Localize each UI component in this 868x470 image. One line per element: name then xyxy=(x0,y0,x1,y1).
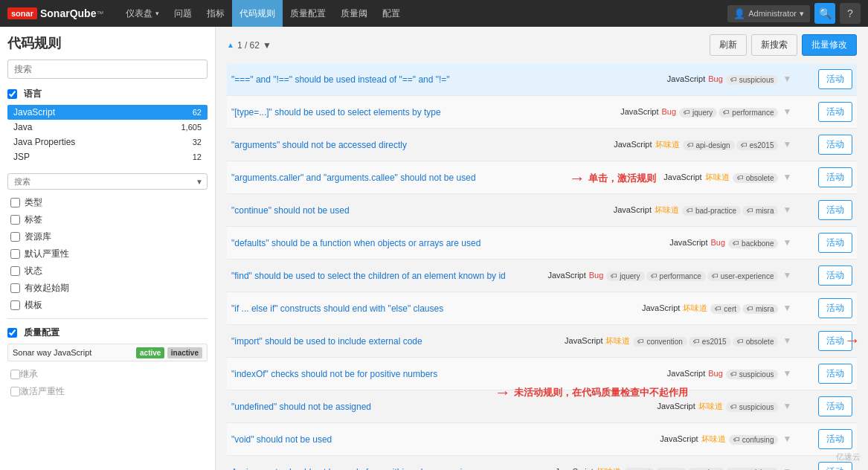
filter-icon[interactable]: ▼ xyxy=(782,172,791,182)
activate-rule-button[interactable]: 活动 xyxy=(818,298,852,318)
sidebar: 代码规则 语言 JavaScript 62 Java 1,605 Java Pr… xyxy=(0,27,216,470)
rule-name-link[interactable]: "if ... else if" constructs should end w… xyxy=(231,303,443,314)
rule-name-link[interactable]: "defaults" should be a function when obj… xyxy=(231,238,480,248)
language-filter-section: 语言 JavaScript 62 Java 1,605 Java Propert… xyxy=(7,88,208,164)
table-row: Assignments should not be made from with… xyxy=(227,456,857,471)
effective-date-checkbox[interactable] xyxy=(10,283,20,293)
template-filter[interactable]: 模板 xyxy=(7,297,208,314)
lang-java[interactable]: Java 1,605 xyxy=(7,120,208,135)
filter-icon[interactable]: ▼ xyxy=(782,237,791,248)
filter-icon[interactable]: ▼ xyxy=(782,466,791,470)
table-row: "continue" should not be usedJavaScript坏… xyxy=(227,194,857,227)
arrow-up-icon: ▲ xyxy=(227,41,234,49)
activate-rule-button[interactable]: 活动 xyxy=(818,135,852,155)
filter-icon[interactable]: ▼ xyxy=(782,139,791,149)
nav-item-metrics[interactable]: 指标 xyxy=(199,0,232,27)
rule-tag: performance xyxy=(718,108,778,118)
filter-icon[interactable]: ▼ xyxy=(782,335,791,346)
severity-checkbox[interactable] xyxy=(10,249,20,259)
quality-profile-checkbox[interactable] xyxy=(7,328,17,338)
activate-rule-button[interactable]: 活动 xyxy=(818,331,852,351)
search-button[interactable]: 🔍 xyxy=(814,3,835,24)
rule-tag: es2015 xyxy=(689,337,731,347)
logo-sub: ™ xyxy=(96,10,103,18)
nav-item-dashboard[interactable]: 仪表盘 ▾ xyxy=(118,0,167,27)
inactive-badge[interactable]: inactive xyxy=(167,347,202,358)
activate-rule-button[interactable]: 活动 xyxy=(818,233,852,253)
type-filter[interactable]: 类型 xyxy=(7,194,208,211)
rule-name-link[interactable]: "arguments" should not be accessed direc… xyxy=(231,140,407,150)
rule-type: 坏味道 xyxy=(655,205,679,214)
table-row: "defaults" should be a function when obj… xyxy=(227,227,857,260)
rule-search-input[interactable] xyxy=(7,59,208,79)
rule-tag: jquery xyxy=(606,271,644,281)
repo-filter[interactable]: 资源库 xyxy=(7,228,208,245)
tag-checkbox[interactable] xyxy=(10,215,20,225)
activate-rule-button[interactable]: 活动 xyxy=(818,102,852,122)
tag-filter[interactable]: 标签 xyxy=(7,211,208,228)
rule-type: 坏味道 xyxy=(698,402,723,411)
repo-checkbox[interactable] xyxy=(10,232,20,242)
rule-lang: JavaScript xyxy=(642,303,680,312)
nav-item-quality-gates[interactable]: 质量阈 xyxy=(333,0,375,27)
rule-name-link[interactable]: "continue" should not be used xyxy=(231,205,350,216)
help-button[interactable]: ? xyxy=(840,3,861,24)
filter-icon[interactable]: ▼ xyxy=(782,74,791,84)
rule-name-link[interactable]: "find" should be used to select the chil… xyxy=(231,271,506,281)
language-filter-checkbox[interactable] xyxy=(7,89,17,99)
effective-date-filter[interactable]: 有效起始期 xyxy=(7,280,208,297)
logo: sonar SonarQube ™ xyxy=(7,7,103,19)
tag-search-input[interactable] xyxy=(7,173,208,190)
template-checkbox[interactable] xyxy=(10,300,20,310)
nav-item-settings[interactable]: 配置 xyxy=(375,0,408,27)
language-filter-title: 语言 xyxy=(7,88,208,100)
rule-name-link[interactable]: Assignments should not be made from with… xyxy=(231,467,477,471)
filter-icon[interactable]: ▼ xyxy=(782,368,791,379)
rule-name-link[interactable]: "import" should be used to include exter… xyxy=(231,336,422,347)
filter-icon[interactable]: ▼ xyxy=(782,205,791,215)
nav-item-quality-profiles[interactable]: 质量配置 xyxy=(283,0,333,27)
rule-tag: cwe xyxy=(656,468,687,471)
rule-tag: bad-practice xyxy=(682,206,741,216)
rule-type: 坏味道 xyxy=(683,303,707,312)
filter-icon[interactable]: ▼ xyxy=(782,434,791,444)
rule-name-link[interactable]: "arguments.caller" and "arguments.callee… xyxy=(231,173,476,183)
rule-lang: JavaScript xyxy=(547,271,585,280)
activate-rule-button[interactable]: 活动 xyxy=(818,200,852,220)
rule-name-link[interactable]: "===" and "!==" should be used instead o… xyxy=(231,74,450,85)
rule-name-link[interactable]: "void" should not be used xyxy=(231,434,332,445)
rule-lang: JavaScript xyxy=(667,369,705,378)
rule-tag: misra xyxy=(742,304,778,314)
status-filter[interactable]: 状态 xyxy=(7,263,208,280)
type-checkbox[interactable] xyxy=(10,198,20,207)
activate-rule-button[interactable]: 活动 xyxy=(818,167,852,187)
filter-icon[interactable]: ▼ xyxy=(782,303,791,313)
filter-icon[interactable]: ▼ xyxy=(782,106,791,117)
nav-item-rules[interactable]: 代码规则 xyxy=(232,0,283,27)
new-search-button[interactable]: 新搜索 xyxy=(751,34,797,56)
activate-rule-button[interactable]: 活动 xyxy=(818,462,852,470)
bulk-edit-button[interactable]: 批量修改 xyxy=(802,34,857,56)
activate-rule-button[interactable]: 活动 xyxy=(818,364,852,384)
filter-icon[interactable]: ▼ xyxy=(782,270,791,280)
filter-icon[interactable]: ▼ xyxy=(782,401,791,411)
activate-rule-button[interactable]: 活动 xyxy=(818,429,852,449)
rule-type: Bug xyxy=(708,369,723,378)
rule-name-link[interactable]: "[type=...]" should be used to select el… xyxy=(231,107,441,118)
lang-javascript[interactable]: JavaScript 62 xyxy=(7,105,208,120)
severity-filter[interactable]: 默认严重性 xyxy=(7,245,208,263)
lang-java-properties[interactable]: Java Properties 32 xyxy=(7,135,208,149)
activate-rule-button[interactable]: 活动 xyxy=(818,396,852,416)
rule-name-link[interactable]: "indexOf" checks should not be for posit… xyxy=(231,369,437,379)
table-row: "import" should be used to include exter… xyxy=(227,325,857,358)
admin-button[interactable]: 👤 Administrator ▾ xyxy=(727,5,810,22)
lang-jsp[interactable]: JSP 12 xyxy=(7,149,208,164)
rule-name-link[interactable]: "undefined" should not be assigned xyxy=(231,402,371,412)
activate-rule-button[interactable]: 活动 xyxy=(818,69,852,89)
rule-lang: JavaScript xyxy=(555,467,593,470)
activate-rule-button[interactable]: 活动 xyxy=(818,265,852,286)
refresh-button[interactable]: 刷新 xyxy=(710,34,747,56)
rule-type: 坏味道 xyxy=(655,140,680,149)
status-checkbox[interactable] xyxy=(10,266,20,276)
nav-item-issues[interactable]: 问题 xyxy=(167,0,199,27)
